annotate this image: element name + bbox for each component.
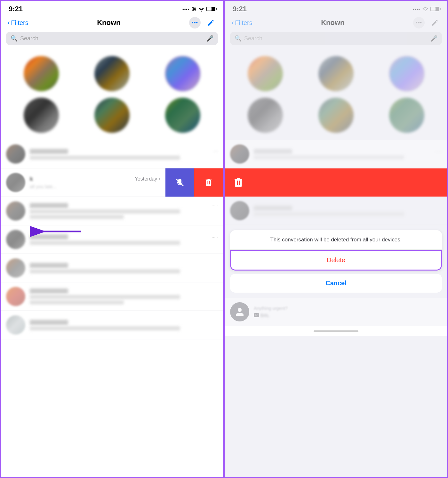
right-avatar-grid — [225, 49, 447, 140]
conv-avatar-1 — [6, 201, 25, 221]
conv-item-4[interactable] — [1, 282, 223, 311]
conv-avatar-5 — [6, 315, 25, 335]
left-nav-bar: ‹ Filters Known ••• — [1, 16, 223, 32]
right-compose-button[interactable] — [429, 17, 441, 28]
nav-title: Known — [97, 19, 120, 27]
battery-icon — [206, 7, 215, 11]
right-search-input[interactable] — [244, 35, 428, 42]
avatar-item-1[interactable] — [6, 53, 77, 94]
right-phone-panel: 9:21 ▪▪▪▪ ‹ Filters Known ••• — [224, 0, 448, 478]
bal-label: BAL — [260, 312, 269, 318]
avatar-circle-4 — [24, 98, 59, 133]
conv-content-5 — [30, 320, 218, 330]
right-back-label: Filters — [235, 19, 252, 27]
alert-sheet: This conversation will be deleted from a… — [225, 225, 447, 298]
conv-item-5[interactable] — [1, 311, 223, 339]
nav-actions: ••• — [189, 17, 217, 28]
right-avatar-item-3 — [371, 53, 442, 94]
right-status-bar: 9:21 ▪▪▪▪ — [225, 1, 447, 16]
conv-swipe-avatar — [6, 173, 25, 192]
right-conv-avatar-pre — [230, 144, 249, 164]
alert-delete-button[interactable]: Delete — [230, 250, 442, 271]
right-status-time: 9:21 — [233, 5, 247, 13]
conv-swipe-row[interactable]: k Yesterday › all you late... — [1, 168, 223, 197]
right-chevron-left-icon: ‹ — [231, 19, 234, 27]
search-bar[interactable]: 🔍 🎤 — [6, 32, 218, 45]
avatar-item-6[interactable] — [147, 94, 218, 136]
right-compose-icon — [431, 19, 439, 27]
conv-content-1: ····· — [30, 203, 218, 219]
right-back-button[interactable]: ‹ Filters — [231, 19, 252, 27]
swipe-actions — [165, 168, 223, 197]
right-conv-item-after — [225, 197, 447, 225]
mute-action-button[interactable] — [165, 168, 194, 197]
avatar-circle-2 — [94, 56, 130, 91]
right-mic-icon: 🎤 — [430, 35, 437, 42]
delete-action-button[interactable] — [194, 168, 223, 197]
avatar-item-3[interactable] — [147, 53, 218, 94]
swipe-preview: all you late... — [30, 184, 57, 189]
search-input[interactable] — [20, 35, 204, 42]
left-phone-panel: 9:21 ▪▪▪▪ ⌘ ‹ Filters Known ••• — [0, 0, 224, 478]
alert-cancel-button[interactable]: Cancel — [230, 274, 442, 293]
conv-avatar-2 — [6, 230, 25, 249]
delete-trash-icon — [233, 177, 244, 188]
trash-icon — [204, 178, 213, 187]
battery-icon-right — [430, 7, 439, 11]
back-button[interactable]: ‹ Filters — [7, 19, 28, 27]
more-icon: ••• — [192, 20, 198, 26]
wifi-icon-right — [422, 7, 428, 11]
chevron-left-icon: ‹ — [7, 19, 10, 27]
signal-icon-right: ▪▪▪▪ — [413, 7, 420, 12]
conv-content-2: ····· — [30, 234, 218, 245]
right-status-icons: ▪▪▪▪ — [413, 7, 439, 12]
more-button[interactable]: ••• — [189, 17, 201, 28]
avatar-circle-5 — [94, 98, 130, 133]
left-status-bar: 9:21 ▪▪▪▪ ⌘ — [1, 1, 223, 16]
wifi-icon: ⌘ — [192, 6, 204, 12]
conv-avatar-4 — [6, 287, 25, 306]
right-nav-bar: ‹ Filters Known ••• — [225, 16, 447, 32]
right-bottom-conv-item: Anything urgent? P BAL — [225, 298, 447, 326]
mic-icon: 🎤 — [206, 35, 213, 42]
conv-item-1[interactable]: ····· — [1, 197, 223, 225]
conv-item-pre-swipe[interactable]: ··· — [1, 140, 223, 168]
alert-message: This conversation will be deleted from a… — [230, 230, 442, 250]
back-label: Filters — [11, 19, 28, 27]
right-bottom-avatar — [230, 302, 249, 321]
right-avatar-item-2 — [301, 53, 372, 94]
conv-time-pre: ··· — [214, 149, 218, 154]
conv-item-2[interactable]: ····· — [1, 225, 223, 254]
conv-time-1: ····· — [212, 203, 218, 208]
right-home-indicator — [225, 326, 447, 336]
chevron-right-icon: › — [159, 176, 160, 182]
delete-action-row[interactable] — [225, 168, 447, 197]
conv-item-3[interactable] — [1, 254, 223, 282]
avatar-item-5[interactable] — [77, 94, 148, 136]
right-more-icon: ••• — [416, 20, 422, 26]
avatar-circle-1 — [24, 56, 59, 91]
right-avatar-item-5 — [301, 94, 372, 136]
right-avatar-item-1 — [230, 53, 301, 94]
swipe-content: k Yesterday › all you late... — [30, 176, 160, 190]
anything-urgent-label: Anything urgent? — [254, 306, 288, 311]
left-status-icons: ▪▪▪▪ ⌘ — [182, 6, 215, 12]
avatar-item-2[interactable] — [77, 53, 148, 94]
left-status-time: 9:21 — [9, 5, 23, 13]
avatar-item-4[interactable] — [6, 94, 77, 136]
right-avatar-item-4 — [230, 94, 301, 136]
right-more-button[interactable]: ••• — [413, 17, 425, 28]
right-nav-actions: ••• — [413, 17, 441, 28]
right-search-icon: 🔍 — [235, 35, 242, 42]
right-avatar-item-6 — [371, 94, 442, 136]
mute-icon — [175, 178, 185, 187]
right-search-bar[interactable]: 🔍 🎤 — [230, 32, 442, 45]
compose-button[interactable] — [205, 17, 217, 28]
search-icon: 🔍 — [11, 35, 18, 42]
conv-swipe-main: k Yesterday › all you late... — [1, 168, 165, 197]
right-nav-title: Known — [321, 19, 344, 27]
swipe-time: Yesterday › — [135, 176, 160, 182]
conv-avatar-pre — [6, 144, 25, 164]
alert-card: This conversation will be deleted from a… — [230, 230, 442, 271]
conv-time-2: ····· — [212, 234, 218, 239]
